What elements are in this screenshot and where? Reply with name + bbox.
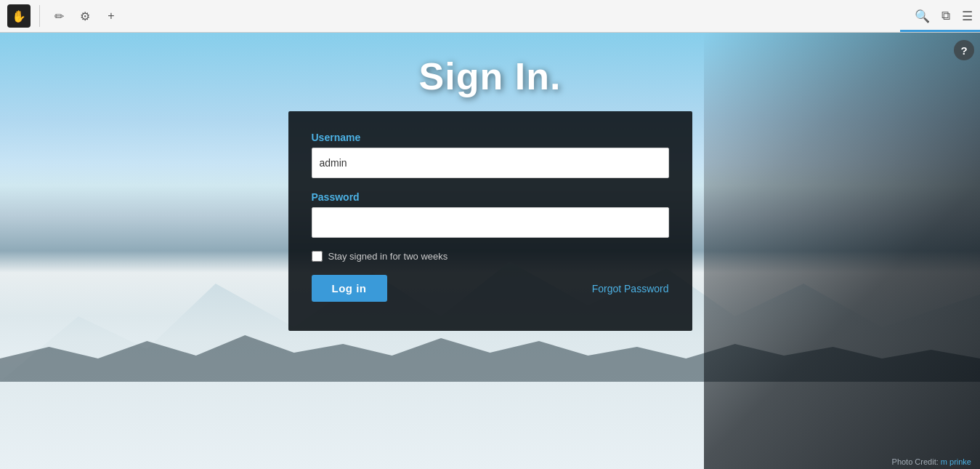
- accent-bar: [900, 30, 980, 32]
- page-title: Sign In.: [419, 55, 562, 98]
- help-button[interactable]: ?: [954, 40, 974, 60]
- right-overlay: [704, 33, 980, 469]
- duplicate-icon[interactable]: ⧉: [941, 9, 950, 23]
- username-field-group: Username: [312, 132, 669, 178]
- username-input[interactable]: [312, 148, 669, 178]
- stay-signed-row: Stay signed in for two weeks: [312, 251, 669, 262]
- browser-toolbar: ✋ ✏ ⚙ + 🔍 ⧉ ☰: [0, 0, 980, 33]
- stay-signed-checkbox[interactable]: [312, 251, 323, 262]
- forgot-password-link[interactable]: Forgot Password: [592, 283, 669, 294]
- browser-logo: ✋: [7, 4, 31, 28]
- login-panel: Username Password Stay signed in for two…: [288, 111, 692, 331]
- search-icon[interactable]: 🔍: [915, 9, 930, 24]
- password-input[interactable]: [312, 207, 669, 238]
- divider-1: [39, 5, 40, 27]
- plus-icon[interactable]: +: [101, 6, 121, 26]
- password-field-group: Password: [312, 191, 669, 238]
- login-button[interactable]: Log in: [312, 275, 387, 302]
- page-area: ? Sign In. Username Password Stay signed…: [0, 33, 980, 469]
- password-label: Password: [312, 191, 669, 203]
- stay-signed-label: Stay signed in for two weeks: [328, 251, 448, 262]
- username-label: Username: [312, 132, 669, 143]
- photo-credit: Photo Credit: m prinke: [892, 457, 971, 466]
- form-actions: Log in Forgot Password: [312, 275, 669, 302]
- photo-credit-link[interactable]: m prinke: [941, 457, 971, 466]
- pencil-icon[interactable]: ✏: [49, 6, 69, 26]
- menu-icon[interactable]: ☰: [962, 9, 973, 24]
- gear-icon[interactable]: ⚙: [75, 6, 95, 26]
